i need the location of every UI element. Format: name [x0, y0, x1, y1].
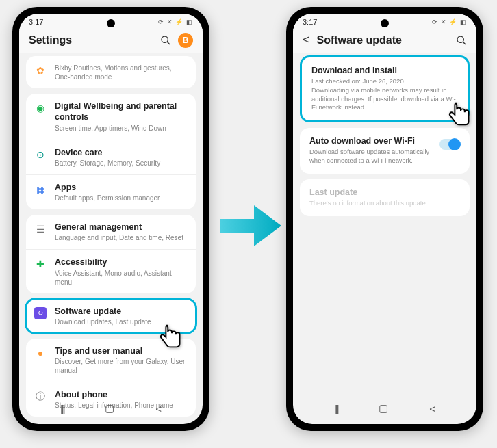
svg-point-0	[162, 36, 168, 42]
svg-line-3	[463, 42, 466, 44]
devicecare-icon: ⊙	[34, 148, 47, 161]
settings-header: Settings B	[19, 27, 203, 53]
status-time: 3:17	[303, 18, 317, 26]
back-icon[interactable]: <	[303, 33, 310, 47]
row-sub: Download software updates automatically …	[309, 148, 433, 166]
nav-home[interactable]: ▢	[379, 402, 388, 414]
row-bixby[interactable]: ✿ Bixby Routines, Motions and gestures, …	[26, 56, 196, 88]
auto-download-toggle[interactable]	[439, 139, 460, 150]
row-sub: Screen time, App timers, Wind Down	[55, 124, 188, 133]
search-icon[interactable]	[160, 35, 171, 46]
tips-icon: ●	[34, 347, 47, 359]
settings-card-advanced: ✿ Bixby Routines, Motions and gestures, …	[26, 56, 196, 88]
settings-card-wellbeing: ◉ Digital Wellbeing and parental control…	[26, 94, 196, 209]
general-icon: ☰	[34, 223, 47, 235]
row-sub: Download updates, Last update	[55, 317, 188, 326]
download-install-card[interactable]: Download and install Last checked on: Ju…	[300, 55, 470, 122]
row-title: Software update	[55, 306, 188, 317]
accessibility-icon: ✚	[34, 258, 47, 270]
software-update-header: < Software update	[293, 27, 476, 53]
row-title: Apps	[55, 182, 188, 193]
phone-settings: 3:17 ⟳ ✕ ⚡ ◧ Settings B ✿ Bixby Routines…	[12, 7, 209, 431]
apps-icon: ▦	[34, 183, 47, 196]
row-sub: Last checked on: June 26, 2020 Downloadi…	[311, 77, 458, 112]
row-sub: Default apps, Permission manager	[55, 194, 188, 202]
search-icon[interactable]	[456, 35, 467, 46]
row-sub: Language and input, Date and time, Reset	[55, 233, 188, 242]
gear-icon: ✿	[34, 64, 47, 77]
svg-point-2	[457, 36, 463, 42]
nav-home[interactable]: ▢	[105, 402, 114, 414]
nav-bar: ||| ▢ <	[19, 397, 203, 420]
row-wellbeing[interactable]: ◉ Digital Wellbeing and parental control…	[26, 94, 196, 140]
software-update-icon: ↻	[34, 307, 47, 319]
row-sub: Bixby Routines, Motions and gestures, On…	[55, 64, 188, 81]
page-title: Software update	[317, 34, 449, 47]
row-apps[interactable]: ▦ Apps Default apps, Permission manager	[26, 174, 196, 209]
wellbeing-icon: ◉	[34, 102, 47, 114]
camera-hole	[107, 19, 115, 27]
row-title: Auto download over Wi-Fi	[309, 136, 433, 146]
last-update-card: Last update There's no information about…	[300, 179, 470, 216]
nav-back[interactable]: <	[429, 403, 435, 414]
row-software-update[interactable]: ↻ Software update Download updates, Last…	[26, 299, 196, 333]
status-icons: ⟳ ✕ ⚡ ◧	[432, 18, 467, 25]
phone-software-update: 3:17 ⟳ ✕ ⚡ ◧ < Software update Download …	[286, 7, 483, 431]
row-devicecare[interactable]: ⊙ Device care Battery, Storage, Memory, …	[26, 140, 196, 174]
row-title: Device care	[55, 147, 188, 158]
nav-back[interactable]: <	[155, 403, 162, 414]
nav-recent[interactable]: |||	[334, 403, 338, 414]
status-icons: ⟳ ✕ ⚡ ◧	[158, 18, 193, 25]
row-sub: Voice Assistant, Mono audio, Assistant m…	[55, 269, 188, 287]
row-sub: Battery, Storage, Memory, Security	[55, 159, 188, 168]
settings-card-software: ↻ Software update Download updates, Last…	[26, 299, 196, 333]
avatar[interactable]: B	[178, 33, 193, 48]
row-accessibility[interactable]: ✚ Accessibility Voice Assistant, Mono au…	[26, 249, 196, 293]
row-title: Accessibility	[55, 256, 188, 267]
row-title: Last update	[309, 187, 460, 197]
flow-arrow-icon	[216, 198, 285, 253]
row-title: Digital Wellbeing and parental controls	[55, 101, 188, 123]
svg-line-1	[167, 42, 170, 44]
nav-bar: ||| ▢ <	[293, 397, 476, 420]
row-sub: There's no information about this update…	[309, 199, 460, 208]
nav-recent[interactable]: |||	[60, 403, 64, 414]
row-sub: Discover, Get more from your Galaxy, Use…	[55, 357, 188, 375]
row-title: General management	[55, 222, 188, 233]
row-title: Tips and user manual	[55, 345, 188, 356]
page-title: Settings	[29, 34, 153, 47]
row-title: Download and install	[311, 66, 458, 75]
auto-download-card[interactable]: Auto download over Wi-Fi Download softwa…	[300, 128, 470, 174]
row-tips[interactable]: ● Tips and user manual Discover, Get mor…	[26, 339, 196, 382]
settings-card-general: ☰ General management Language and input,…	[26, 215, 196, 293]
row-general[interactable]: ☰ General management Language and input,…	[26, 215, 196, 249]
camera-hole	[381, 19, 389, 27]
status-time: 3:17	[29, 18, 43, 26]
